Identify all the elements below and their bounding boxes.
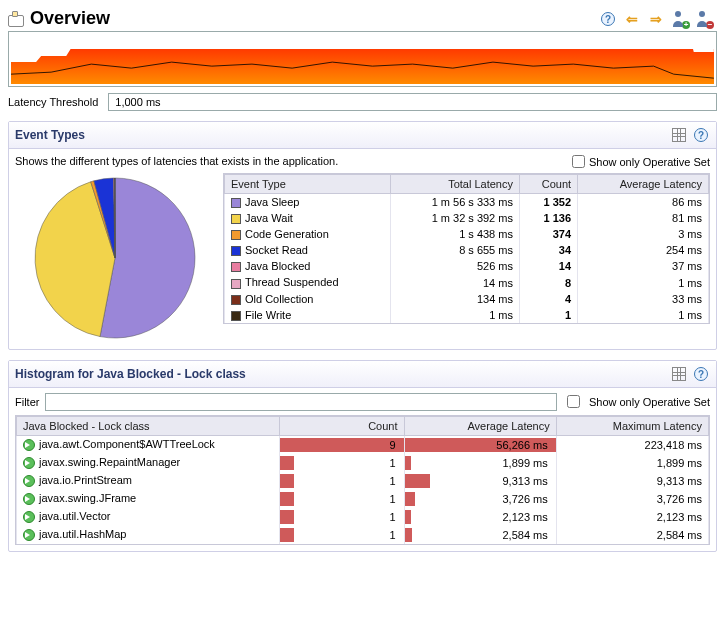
table-row[interactable]: Java Sleep1 m 56 s 333 ms1 35286 ms [225, 194, 709, 211]
table-options-icon[interactable] [672, 128, 686, 142]
help-icon[interactable]: ? [599, 10, 617, 28]
color-swatch [231, 246, 241, 256]
histogram-filter-label: Filter [15, 396, 39, 408]
col-max-latency[interactable]: Maximum Latency [556, 417, 708, 436]
col-total-latency[interactable]: Total Latency [390, 175, 519, 194]
section-help-icon[interactable]: ? [692, 365, 710, 383]
table-row[interactable]: javax.swing.RepaintManager11,899 ms1,899… [17, 454, 709, 472]
nav-forward-icon[interactable]: ⇒ [647, 10, 665, 28]
table-row[interactable]: File Write1 ms11 ms [225, 307, 709, 323]
event-types-section: Event Types ? Shows the different types … [8, 121, 717, 350]
expand-icon[interactable] [23, 511, 35, 523]
page-title: Overview [30, 8, 599, 29]
histogram-opset-label: Show only Operative Set [589, 396, 710, 408]
event-types-opset-label: Show only Operative Set [589, 156, 710, 168]
event-types-title: Event Types [15, 128, 85, 142]
col-event-type[interactable]: Event Type [225, 175, 391, 194]
table-row[interactable]: Java Wait1 m 32 s 392 ms1 13681 ms [225, 210, 709, 226]
color-swatch [231, 311, 241, 321]
color-swatch [231, 295, 241, 305]
expand-icon[interactable] [23, 493, 35, 505]
histogram-opset-checkbox[interactable] [567, 395, 580, 408]
color-swatch [231, 198, 241, 208]
expand-icon[interactable] [23, 475, 35, 487]
col-count[interactable]: Count [519, 175, 577, 194]
latency-threshold-input[interactable]: 1,000 ms [108, 93, 717, 111]
add-operative-set-icon[interactable]: + [671, 10, 689, 28]
col-avg-latency[interactable]: Average Latency [578, 175, 709, 194]
event-types-description: Shows the different types of latencies t… [15, 155, 572, 167]
event-types-table[interactable]: Event Type Total Latency Count Average L… [224, 174, 709, 323]
table-row[interactable]: Java Blocked526 ms1437 ms [225, 258, 709, 274]
svg-marker-0 [11, 34, 714, 62]
table-options-icon[interactable] [672, 367, 686, 381]
color-swatch [231, 230, 241, 240]
col-avg-latency[interactable]: Average Latency [404, 417, 556, 436]
table-row[interactable]: Socket Read8 s 655 ms34254 ms [225, 242, 709, 258]
latency-threshold-label: Latency Threshold [8, 96, 98, 108]
table-row[interactable]: java.util.Vector12,123 ms2,123 ms [17, 508, 709, 526]
color-swatch [231, 262, 241, 272]
histogram-title: Histogram for Java Blocked - Lock class [15, 367, 246, 381]
col-count[interactable]: Count [279, 417, 404, 436]
remove-operative-set-icon[interactable]: − [695, 10, 713, 28]
expand-icon[interactable] [23, 529, 35, 541]
expand-icon[interactable] [23, 439, 35, 451]
histogram-table[interactable]: Java Blocked - Lock class Count Average … [16, 416, 709, 544]
table-row[interactable]: javax.swing.JFrame13,726 ms3,726 ms [17, 490, 709, 508]
color-swatch [231, 279, 241, 289]
table-row[interactable]: java.io.PrintStream19,313 ms9,313 ms [17, 472, 709, 490]
histogram-filter-input[interactable] [45, 393, 556, 411]
histogram-section: Histogram for Java Blocked - Lock class … [8, 360, 717, 552]
table-row[interactable]: Thread Suspended14 ms81 ms [225, 274, 709, 290]
event-types-opset-checkbox[interactable] [572, 155, 585, 168]
overview-tab-icon [8, 11, 24, 27]
expand-icon[interactable] [23, 457, 35, 469]
col-lock-class[interactable]: Java Blocked - Lock class [17, 417, 280, 436]
table-row[interactable]: java.awt.Component$AWTTreeLock956,266 ms… [17, 436, 709, 454]
color-swatch [231, 214, 241, 224]
section-help-icon[interactable]: ? [692, 126, 710, 144]
table-row[interactable]: java.util.HashMap12,584 ms2,584 ms [17, 526, 709, 544]
table-row[interactable]: Old Collection134 ms433 ms [225, 291, 709, 307]
event-types-pie-chart [15, 173, 215, 343]
latency-timeline-chart[interactable] [8, 31, 717, 87]
nav-back-icon[interactable]: ⇐ [623, 10, 641, 28]
table-row[interactable]: Code Generation1 s 438 ms3743 ms [225, 226, 709, 242]
